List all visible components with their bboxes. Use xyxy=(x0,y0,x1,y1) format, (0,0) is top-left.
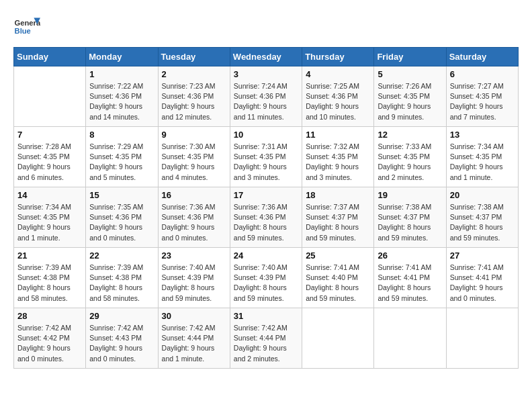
day-number: 17 xyxy=(234,190,298,200)
day-number: 4 xyxy=(306,69,370,79)
day-info: Sunrise: 7:39 AM Sunset: 4:38 PM Dayligh… xyxy=(89,263,154,304)
calendar-cell: 10Sunrise: 7:31 AM Sunset: 4:35 PM Dayli… xyxy=(230,127,302,187)
calendar-cell: 2Sunrise: 7:23 AM Sunset: 4:36 PM Daylig… xyxy=(158,66,230,127)
day-info: Sunrise: 7:42 AM Sunset: 4:44 PM Dayligh… xyxy=(162,323,226,364)
calendar-cell: 28Sunrise: 7:42 AM Sunset: 4:42 PM Dayli… xyxy=(14,308,86,369)
day-info: Sunrise: 7:26 AM Sunset: 4:35 PM Dayligh… xyxy=(378,81,442,122)
day-number: 11 xyxy=(306,130,370,140)
day-info: Sunrise: 7:27 AM Sunset: 4:35 PM Dayligh… xyxy=(450,81,515,122)
day-info: Sunrise: 7:36 AM Sunset: 4:36 PM Dayligh… xyxy=(162,202,226,243)
svg-text:Blue: Blue xyxy=(15,27,31,35)
day-info: Sunrise: 7:34 AM Sunset: 4:35 PM Dayligh… xyxy=(17,202,82,243)
calendar-cell: 30Sunrise: 7:42 AM Sunset: 4:44 PM Dayli… xyxy=(158,308,230,369)
day-info: Sunrise: 7:23 AM Sunset: 4:36 PM Dayligh… xyxy=(162,81,226,122)
day-info: Sunrise: 7:42 AM Sunset: 4:44 PM Dayligh… xyxy=(234,323,298,364)
day-number: 9 xyxy=(162,130,226,140)
calendar-cell: 1Sunrise: 7:22 AM Sunset: 4:36 PM Daylig… xyxy=(86,66,158,127)
calendar-cell: 9Sunrise: 7:30 AM Sunset: 4:35 PM Daylig… xyxy=(158,127,230,187)
day-number: 21 xyxy=(17,250,82,261)
day-info: Sunrise: 7:40 AM Sunset: 4:39 PM Dayligh… xyxy=(162,263,226,304)
day-number: 31 xyxy=(234,311,298,321)
day-number: 13 xyxy=(450,130,515,140)
weekday-header-tuesday: Tuesday xyxy=(158,48,230,66)
day-info: Sunrise: 7:34 AM Sunset: 4:35 PM Dayligh… xyxy=(450,142,515,183)
day-number: 14 xyxy=(17,190,82,200)
calendar-cell: 26Sunrise: 7:41 AM Sunset: 4:41 PM Dayli… xyxy=(374,248,446,308)
calendar-cell xyxy=(14,66,86,127)
weekday-header-wednesday: Wednesday xyxy=(230,48,302,66)
day-number: 20 xyxy=(450,190,515,200)
day-info: Sunrise: 7:42 AM Sunset: 4:42 PM Dayligh… xyxy=(17,323,82,364)
day-info: Sunrise: 7:39 AM Sunset: 4:38 PM Dayligh… xyxy=(17,263,82,304)
calendar-cell: 12Sunrise: 7:33 AM Sunset: 4:35 PM Dayli… xyxy=(374,127,446,187)
calendar-cell: 25Sunrise: 7:41 AM Sunset: 4:40 PM Dayli… xyxy=(302,248,374,308)
calendar-cell: 15Sunrise: 7:35 AM Sunset: 4:36 PM Dayli… xyxy=(86,187,158,248)
calendar-cell: 23Sunrise: 7:40 AM Sunset: 4:39 PM Dayli… xyxy=(158,248,230,308)
calendar-cell: 31Sunrise: 7:42 AM Sunset: 4:44 PM Dayli… xyxy=(230,308,302,369)
calendar-cell: 22Sunrise: 7:39 AM Sunset: 4:38 PM Dayli… xyxy=(86,248,158,308)
day-number: 30 xyxy=(162,311,226,321)
day-info: Sunrise: 7:42 AM Sunset: 4:43 PM Dayligh… xyxy=(89,323,154,364)
day-number: 28 xyxy=(17,311,82,321)
calendar-cell: 4Sunrise: 7:25 AM Sunset: 4:36 PM Daylig… xyxy=(302,66,374,127)
day-info: Sunrise: 7:36 AM Sunset: 4:36 PM Dayligh… xyxy=(234,202,298,243)
day-info: Sunrise: 7:41 AM Sunset: 4:41 PM Dayligh… xyxy=(450,263,515,304)
logo: General Blue xyxy=(13,13,43,40)
calendar-cell: 19Sunrise: 7:38 AM Sunset: 4:37 PM Dayli… xyxy=(374,187,446,248)
calendar-cell: 16Sunrise: 7:36 AM Sunset: 4:36 PM Dayli… xyxy=(158,187,230,248)
page-header: General Blue xyxy=(13,13,519,40)
day-info: Sunrise: 7:40 AM Sunset: 4:39 PM Dayligh… xyxy=(234,263,298,304)
weekday-header-monday: Monday xyxy=(86,48,158,66)
day-info: Sunrise: 7:25 AM Sunset: 4:36 PM Dayligh… xyxy=(306,81,370,122)
day-number: 15 xyxy=(89,190,154,200)
calendar-week-row: 21Sunrise: 7:39 AM Sunset: 4:38 PM Dayli… xyxy=(14,248,519,308)
day-info: Sunrise: 7:38 AM Sunset: 4:37 PM Dayligh… xyxy=(378,202,442,243)
day-number: 29 xyxy=(89,311,154,321)
calendar-cell: 8Sunrise: 7:29 AM Sunset: 4:35 PM Daylig… xyxy=(86,127,158,187)
calendar-cell: 18Sunrise: 7:37 AM Sunset: 4:37 PM Dayli… xyxy=(302,187,374,248)
day-info: Sunrise: 7:37 AM Sunset: 4:37 PM Dayligh… xyxy=(306,202,370,243)
calendar-cell: 14Sunrise: 7:34 AM Sunset: 4:35 PM Dayli… xyxy=(14,187,86,248)
calendar-cell: 17Sunrise: 7:36 AM Sunset: 4:36 PM Dayli… xyxy=(230,187,302,248)
day-number: 10 xyxy=(234,130,298,140)
calendar-week-row: 28Sunrise: 7:42 AM Sunset: 4:42 PM Dayli… xyxy=(14,308,519,369)
day-number: 25 xyxy=(306,250,370,261)
calendar-week-row: 14Sunrise: 7:34 AM Sunset: 4:35 PM Dayli… xyxy=(14,187,519,248)
calendar-week-row: 1Sunrise: 7:22 AM Sunset: 4:36 PM Daylig… xyxy=(14,66,519,127)
day-number: 8 xyxy=(89,130,154,140)
day-info: Sunrise: 7:41 AM Sunset: 4:40 PM Dayligh… xyxy=(306,263,370,304)
day-number: 6 xyxy=(450,69,515,79)
calendar-table: SundayMondayTuesdayWednesdayThursdayFrid… xyxy=(13,47,519,369)
calendar-cell: 13Sunrise: 7:34 AM Sunset: 4:35 PM Dayli… xyxy=(446,127,518,187)
day-number: 18 xyxy=(306,190,370,200)
day-number: 16 xyxy=(162,190,226,200)
calendar-cell xyxy=(302,308,374,369)
day-number: 24 xyxy=(234,250,298,261)
weekday-header-thursday: Thursday xyxy=(302,48,374,66)
weekday-header-sunday: Sunday xyxy=(14,48,86,66)
calendar-cell: 21Sunrise: 7:39 AM Sunset: 4:38 PM Dayli… xyxy=(14,248,86,308)
day-number: 23 xyxy=(162,250,226,261)
weekday-header-friday: Friday xyxy=(374,48,446,66)
calendar-cell: 24Sunrise: 7:40 AM Sunset: 4:39 PM Dayli… xyxy=(230,248,302,308)
day-info: Sunrise: 7:35 AM Sunset: 4:36 PM Dayligh… xyxy=(89,202,154,243)
weekday-header-saturday: Saturday xyxy=(446,48,518,66)
calendar-cell: 6Sunrise: 7:27 AM Sunset: 4:35 PM Daylig… xyxy=(446,66,518,127)
day-number: 5 xyxy=(378,69,442,79)
day-number: 2 xyxy=(162,69,226,79)
day-number: 7 xyxy=(17,130,82,140)
day-info: Sunrise: 7:38 AM Sunset: 4:37 PM Dayligh… xyxy=(450,202,515,243)
calendar-cell xyxy=(374,308,446,369)
calendar-cell: 11Sunrise: 7:32 AM Sunset: 4:35 PM Dayli… xyxy=(302,127,374,187)
calendar-cell: 27Sunrise: 7:41 AM Sunset: 4:41 PM Dayli… xyxy=(446,248,518,308)
day-number: 27 xyxy=(450,250,515,261)
day-info: Sunrise: 7:29 AM Sunset: 4:35 PM Dayligh… xyxy=(89,142,154,183)
calendar-week-row: 7Sunrise: 7:28 AM Sunset: 4:35 PM Daylig… xyxy=(14,127,519,187)
calendar-cell: 7Sunrise: 7:28 AM Sunset: 4:35 PM Daylig… xyxy=(14,127,86,187)
day-info: Sunrise: 7:30 AM Sunset: 4:35 PM Dayligh… xyxy=(162,142,226,183)
day-number: 3 xyxy=(234,69,298,79)
day-info: Sunrise: 7:32 AM Sunset: 4:35 PM Dayligh… xyxy=(306,142,370,183)
day-number: 1 xyxy=(89,69,154,79)
calendar-cell: 3Sunrise: 7:24 AM Sunset: 4:36 PM Daylig… xyxy=(230,66,302,127)
day-info: Sunrise: 7:31 AM Sunset: 4:35 PM Dayligh… xyxy=(234,142,298,183)
